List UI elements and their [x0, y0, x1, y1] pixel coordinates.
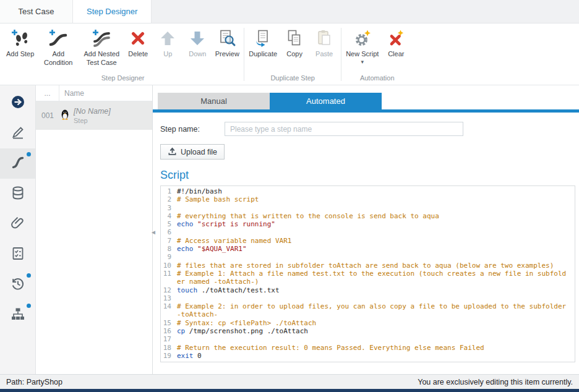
upload-file-button[interactable]: Upload file — [160, 144, 225, 160]
step-row-001[interactable]: 001 [No Name] Step — [36, 101, 152, 130]
line-number: 15 — [161, 319, 177, 327]
down-button[interactable]: Down — [182, 25, 212, 59]
new-script-dropdown-caret: ▾ — [361, 59, 364, 64]
line-number: 5 — [161, 220, 177, 228]
line-number: 6 — [161, 228, 177, 236]
add-nested-test-case-button[interactable]: Add Nested Test Case — [80, 25, 123, 67]
line-number: 17 — [161, 335, 177, 343]
line-code: # Access variable named VAR1 — [177, 237, 575, 245]
add-condition-icon — [49, 28, 67, 48]
line-code: # Sample bash script — [177, 195, 575, 203]
line-code: # Return the execution result: 0 means P… — [177, 344, 575, 352]
delete-button[interactable]: Delete — [123, 25, 153, 59]
code-line: 14# Example 2: in order to upload files,… — [161, 302, 575, 319]
up-button[interactable]: Up — [153, 25, 182, 59]
preview-button[interactable]: Preview — [212, 25, 242, 59]
line-code — [177, 228, 575, 236]
panel-collapse-handle[interactable]: ◄ — [150, 229, 157, 236]
ribbon-group-label-duplicate-step: Duplicate Step — [246, 72, 339, 85]
copy-icon — [285, 28, 304, 48]
up-arrow-icon — [158, 28, 177, 48]
steps-path-icon — [11, 155, 25, 173]
tab-step-designer[interactable]: Step Designer — [73, 0, 152, 23]
arrow-circle-icon — [11, 95, 25, 112]
sidebar-item-steps[interactable] — [0, 148, 35, 179]
delete-icon — [129, 28, 147, 48]
script-heading: Script — [160, 169, 579, 182]
line-number: 12 — [161, 286, 177, 294]
code-line: 5echo "script is running" — [161, 220, 575, 228]
sidebar-item-attachments[interactable] — [0, 209, 35, 239]
clear-button[interactable]: Clear — [381, 25, 411, 59]
line-number: 18 — [161, 344, 177, 352]
script-editor[interactable]: 1#!/bin/bash2# Sample bash script3 4# ev… — [160, 185, 575, 362]
paste-label: Paste — [315, 50, 333, 59]
line-code: # Example 2: in order to upload files, y… — [177, 302, 575, 319]
clear-label: Clear — [388, 50, 404, 59]
paperclip-icon — [11, 216, 25, 233]
code-line: 1#!/bin/bash — [161, 187, 575, 195]
line-code — [177, 253, 575, 261]
history-icon — [11, 276, 25, 294]
down-arrow-icon — [188, 28, 207, 48]
duplicate-button[interactable]: Duplicate — [246, 25, 280, 59]
notification-dot — [27, 273, 31, 278]
clear-icon — [387, 28, 405, 48]
line-number: 13 — [161, 294, 177, 302]
line-number: 11 — [161, 270, 177, 286]
copy-button[interactable]: Copy — [280, 25, 309, 59]
aqua-step-designer-window: Test Case Step Designer — [0, 0, 579, 392]
step-editor-panel: Manual Automated Step name: Upload file — [153, 85, 579, 374]
steps-column-name[interactable]: Name — [59, 89, 84, 98]
add-step-button[interactable]: Add Step — [4, 25, 36, 59]
ribbon-group-label-automation: Automation — [343, 72, 411, 85]
sidebar-item-hierarchy[interactable] — [0, 300, 35, 330]
preview-icon — [218, 28, 236, 48]
line-number: 9 — [161, 253, 177, 261]
add-nested-test-case-label: Add Nested Test Case — [82, 50, 121, 67]
paste-button[interactable]: Paste — [309, 25, 339, 59]
code-line: 4# everything that is written to the con… — [161, 212, 575, 220]
sidebar-item-overview[interactable] — [0, 88, 35, 118]
step-name-row: Step name: — [160, 122, 579, 136]
step-name-input[interactable] — [225, 122, 463, 136]
steps-column-options[interactable]: ... — [36, 85, 59, 101]
sidebar-item-edit[interactable] — [0, 118, 35, 148]
status-path: Path: PartyShop — [6, 378, 62, 386]
line-code — [177, 335, 575, 343]
left-icon-strip — [0, 85, 36, 374]
paste-icon — [315, 28, 333, 48]
ribbon-group-label-step-designer: Step Designer — [4, 72, 242, 85]
add-step-icon — [11, 28, 30, 48]
sidebar-item-history[interactable] — [0, 270, 35, 300]
ribbon-group-step-designer: Add Step Add Condition — [4, 25, 242, 85]
add-condition-button[interactable]: Add Condition — [36, 25, 80, 67]
upload-file-label: Upload file — [181, 148, 217, 156]
line-number: 2 — [161, 195, 177, 203]
tab-test-case[interactable]: Test Case — [0, 0, 73, 23]
line-code: cp /tmp/screnshot.png ./toAttach — [177, 327, 575, 335]
line-code — [177, 204, 575, 212]
new-script-icon — [353, 28, 372, 48]
database-icon — [11, 185, 25, 203]
steps-list-header: ... Name — [36, 85, 152, 101]
code-line: 2# Sample bash script — [161, 195, 575, 203]
step-name-label: Step name: — [160, 125, 225, 134]
tab-automated[interactable]: Automated — [270, 93, 382, 109]
add-nested-test-case-icon — [92, 28, 111, 48]
tab-manual[interactable]: Manual — [158, 93, 270, 109]
checklist-icon — [11, 246, 25, 263]
code-line: 7# Access variable named VAR1 — [161, 237, 575, 245]
new-script-button[interactable]: New Script ▾ — [343, 25, 381, 64]
sidebar-item-data[interactable] — [0, 179, 35, 209]
duplicate-label: Duplicate — [249, 50, 277, 59]
ribbon-group-separator — [341, 28, 341, 81]
window-tab-bar: Test Case Step Designer — [0, 0, 579, 23]
new-script-label: New Script — [346, 50, 379, 59]
sidebar-item-checklist[interactable] — [0, 239, 35, 270]
code-line: 13 — [161, 294, 575, 302]
line-code: # files that are stored in subfolder toA… — [177, 262, 575, 270]
content-area: ... Name 001 [No Name] — [0, 85, 579, 374]
code-line: 8echo "$AQUA_VAR1" — [161, 245, 575, 253]
down-label: Down — [189, 50, 206, 59]
